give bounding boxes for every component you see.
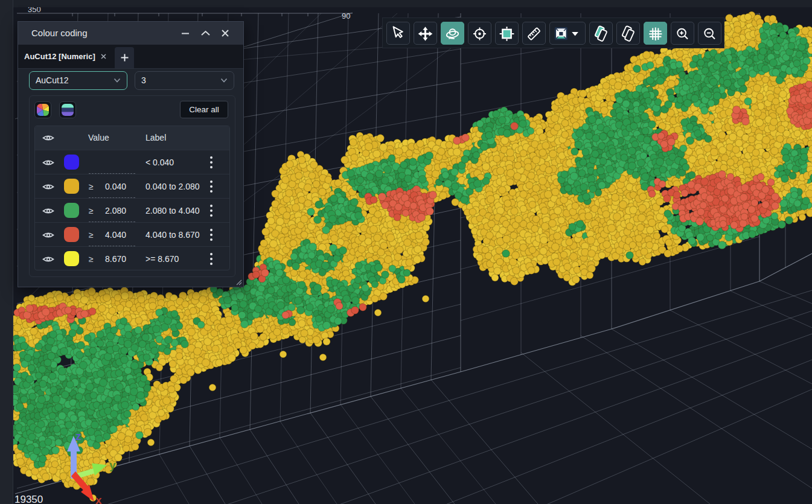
svg-text:y: y	[109, 459, 116, 471]
svg-text:90: 90	[342, 11, 350, 21]
svg-text:x: x	[95, 494, 102, 504]
svg-text:z: z	[75, 430, 82, 442]
svg-text:19350: 19350	[14, 494, 43, 504]
